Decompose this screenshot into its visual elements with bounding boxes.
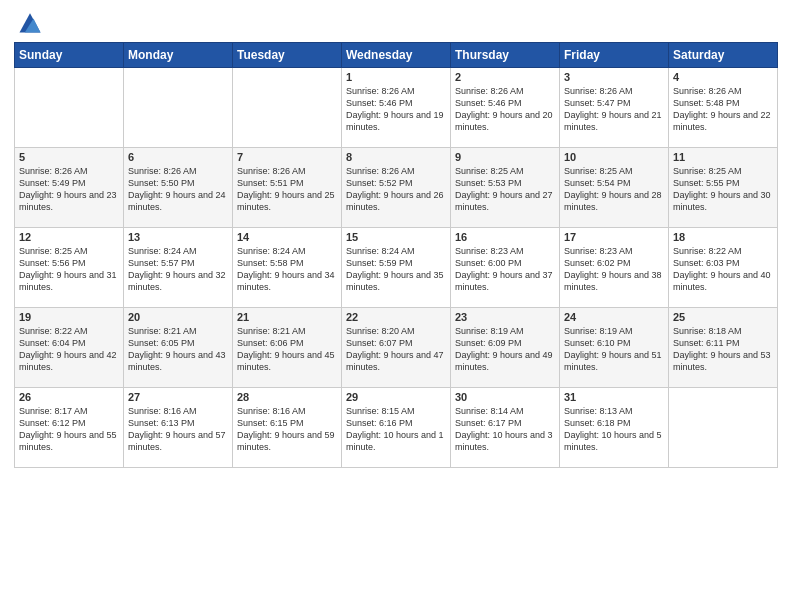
day-cell: 2Sunrise: 8:26 AM Sunset: 5:46 PM Daylig…	[451, 68, 560, 148]
day-cell: 29Sunrise: 8:15 AM Sunset: 6:16 PM Dayli…	[342, 388, 451, 468]
day-number: 20	[128, 311, 228, 323]
day-info: Sunrise: 8:22 AM Sunset: 6:03 PM Dayligh…	[673, 245, 773, 294]
logo-area	[14, 10, 46, 36]
day-info: Sunrise: 8:21 AM Sunset: 6:05 PM Dayligh…	[128, 325, 228, 374]
day-info: Sunrise: 8:25 AM Sunset: 5:55 PM Dayligh…	[673, 165, 773, 214]
day-info: Sunrise: 8:26 AM Sunset: 5:49 PM Dayligh…	[19, 165, 119, 214]
calendar-header-row: SundayMondayTuesdayWednesdayThursdayFrid…	[15, 43, 778, 68]
day-info: Sunrise: 8:19 AM Sunset: 6:09 PM Dayligh…	[455, 325, 555, 374]
day-number: 27	[128, 391, 228, 403]
day-info: Sunrise: 8:24 AM Sunset: 5:57 PM Dayligh…	[128, 245, 228, 294]
day-number: 31	[564, 391, 664, 403]
day-number: 26	[19, 391, 119, 403]
day-cell: 9Sunrise: 8:25 AM Sunset: 5:53 PM Daylig…	[451, 148, 560, 228]
header-saturday: Saturday	[669, 43, 778, 68]
day-cell: 3Sunrise: 8:26 AM Sunset: 5:47 PM Daylig…	[560, 68, 669, 148]
day-info: Sunrise: 8:26 AM Sunset: 5:50 PM Dayligh…	[128, 165, 228, 214]
day-info: Sunrise: 8:14 AM Sunset: 6:17 PM Dayligh…	[455, 405, 555, 454]
day-number: 25	[673, 311, 773, 323]
day-number: 13	[128, 231, 228, 243]
day-cell: 13Sunrise: 8:24 AM Sunset: 5:57 PM Dayli…	[124, 228, 233, 308]
day-cell: 15Sunrise: 8:24 AM Sunset: 5:59 PM Dayli…	[342, 228, 451, 308]
day-info: Sunrise: 8:13 AM Sunset: 6:18 PM Dayligh…	[564, 405, 664, 454]
day-cell	[233, 68, 342, 148]
day-cell: 1Sunrise: 8:26 AM Sunset: 5:46 PM Daylig…	[342, 68, 451, 148]
day-number: 12	[19, 231, 119, 243]
day-cell: 27Sunrise: 8:16 AM Sunset: 6:13 PM Dayli…	[124, 388, 233, 468]
day-info: Sunrise: 8:26 AM Sunset: 5:48 PM Dayligh…	[673, 85, 773, 134]
day-number: 16	[455, 231, 555, 243]
day-number: 22	[346, 311, 446, 323]
day-cell: 21Sunrise: 8:21 AM Sunset: 6:06 PM Dayli…	[233, 308, 342, 388]
day-cell: 10Sunrise: 8:25 AM Sunset: 5:54 PM Dayli…	[560, 148, 669, 228]
day-number: 3	[564, 71, 664, 83]
day-number: 29	[346, 391, 446, 403]
week-row-3: 19Sunrise: 8:22 AM Sunset: 6:04 PM Dayli…	[15, 308, 778, 388]
day-number: 18	[673, 231, 773, 243]
day-number: 2	[455, 71, 555, 83]
day-number: 10	[564, 151, 664, 163]
day-cell: 31Sunrise: 8:13 AM Sunset: 6:18 PM Dayli…	[560, 388, 669, 468]
header-monday: Monday	[124, 43, 233, 68]
day-number: 19	[19, 311, 119, 323]
day-info: Sunrise: 8:20 AM Sunset: 6:07 PM Dayligh…	[346, 325, 446, 374]
day-cell: 19Sunrise: 8:22 AM Sunset: 6:04 PM Dayli…	[15, 308, 124, 388]
day-info: Sunrise: 8:26 AM Sunset: 5:52 PM Dayligh…	[346, 165, 446, 214]
day-cell: 16Sunrise: 8:23 AM Sunset: 6:00 PM Dayli…	[451, 228, 560, 308]
day-number: 6	[128, 151, 228, 163]
day-info: Sunrise: 8:18 AM Sunset: 6:11 PM Dayligh…	[673, 325, 773, 374]
week-row-4: 26Sunrise: 8:17 AM Sunset: 6:12 PM Dayli…	[15, 388, 778, 468]
day-cell: 30Sunrise: 8:14 AM Sunset: 6:17 PM Dayli…	[451, 388, 560, 468]
day-info: Sunrise: 8:26 AM Sunset: 5:46 PM Dayligh…	[346, 85, 446, 134]
day-cell: 14Sunrise: 8:24 AM Sunset: 5:58 PM Dayli…	[233, 228, 342, 308]
page: SundayMondayTuesdayWednesdayThursdayFrid…	[0, 0, 792, 612]
day-cell: 6Sunrise: 8:26 AM Sunset: 5:50 PM Daylig…	[124, 148, 233, 228]
day-number: 1	[346, 71, 446, 83]
day-number: 7	[237, 151, 337, 163]
day-info: Sunrise: 8:25 AM Sunset: 5:54 PM Dayligh…	[564, 165, 664, 214]
calendar-table: SundayMondayTuesdayWednesdayThursdayFrid…	[14, 42, 778, 468]
day-cell: 11Sunrise: 8:25 AM Sunset: 5:55 PM Dayli…	[669, 148, 778, 228]
header-friday: Friday	[560, 43, 669, 68]
day-info: Sunrise: 8:21 AM Sunset: 6:06 PM Dayligh…	[237, 325, 337, 374]
day-info: Sunrise: 8:23 AM Sunset: 6:00 PM Dayligh…	[455, 245, 555, 294]
day-number: 21	[237, 311, 337, 323]
day-info: Sunrise: 8:24 AM Sunset: 5:58 PM Dayligh…	[237, 245, 337, 294]
day-cell: 7Sunrise: 8:26 AM Sunset: 5:51 PM Daylig…	[233, 148, 342, 228]
day-number: 9	[455, 151, 555, 163]
day-number: 24	[564, 311, 664, 323]
day-number: 5	[19, 151, 119, 163]
day-info: Sunrise: 8:15 AM Sunset: 6:16 PM Dayligh…	[346, 405, 446, 454]
day-cell: 22Sunrise: 8:20 AM Sunset: 6:07 PM Dayli…	[342, 308, 451, 388]
day-info: Sunrise: 8:24 AM Sunset: 5:59 PM Dayligh…	[346, 245, 446, 294]
day-cell: 25Sunrise: 8:18 AM Sunset: 6:11 PM Dayli…	[669, 308, 778, 388]
day-info: Sunrise: 8:26 AM Sunset: 5:51 PM Dayligh…	[237, 165, 337, 214]
day-cell: 17Sunrise: 8:23 AM Sunset: 6:02 PM Dayli…	[560, 228, 669, 308]
logo-icon	[16, 8, 44, 36]
day-cell: 28Sunrise: 8:16 AM Sunset: 6:15 PM Dayli…	[233, 388, 342, 468]
day-info: Sunrise: 8:17 AM Sunset: 6:12 PM Dayligh…	[19, 405, 119, 454]
day-info: Sunrise: 8:26 AM Sunset: 5:46 PM Dayligh…	[455, 85, 555, 134]
day-cell	[669, 388, 778, 468]
day-number: 17	[564, 231, 664, 243]
day-cell: 4Sunrise: 8:26 AM Sunset: 5:48 PM Daylig…	[669, 68, 778, 148]
week-row-0: 1Sunrise: 8:26 AM Sunset: 5:46 PM Daylig…	[15, 68, 778, 148]
day-cell: 12Sunrise: 8:25 AM Sunset: 5:56 PM Dayli…	[15, 228, 124, 308]
day-cell: 24Sunrise: 8:19 AM Sunset: 6:10 PM Dayli…	[560, 308, 669, 388]
day-number: 28	[237, 391, 337, 403]
day-info: Sunrise: 8:26 AM Sunset: 5:47 PM Dayligh…	[564, 85, 664, 134]
day-cell: 23Sunrise: 8:19 AM Sunset: 6:09 PM Dayli…	[451, 308, 560, 388]
day-cell: 8Sunrise: 8:26 AM Sunset: 5:52 PM Daylig…	[342, 148, 451, 228]
day-cell: 20Sunrise: 8:21 AM Sunset: 6:05 PM Dayli…	[124, 308, 233, 388]
week-row-1: 5Sunrise: 8:26 AM Sunset: 5:49 PM Daylig…	[15, 148, 778, 228]
day-number: 23	[455, 311, 555, 323]
day-cell	[124, 68, 233, 148]
header-thursday: Thursday	[451, 43, 560, 68]
day-number: 30	[455, 391, 555, 403]
day-info: Sunrise: 8:22 AM Sunset: 6:04 PM Dayligh…	[19, 325, 119, 374]
day-number: 4	[673, 71, 773, 83]
day-info: Sunrise: 8:16 AM Sunset: 6:13 PM Dayligh…	[128, 405, 228, 454]
day-number: 14	[237, 231, 337, 243]
day-cell: 18Sunrise: 8:22 AM Sunset: 6:03 PM Dayli…	[669, 228, 778, 308]
week-row-2: 12Sunrise: 8:25 AM Sunset: 5:56 PM Dayli…	[15, 228, 778, 308]
